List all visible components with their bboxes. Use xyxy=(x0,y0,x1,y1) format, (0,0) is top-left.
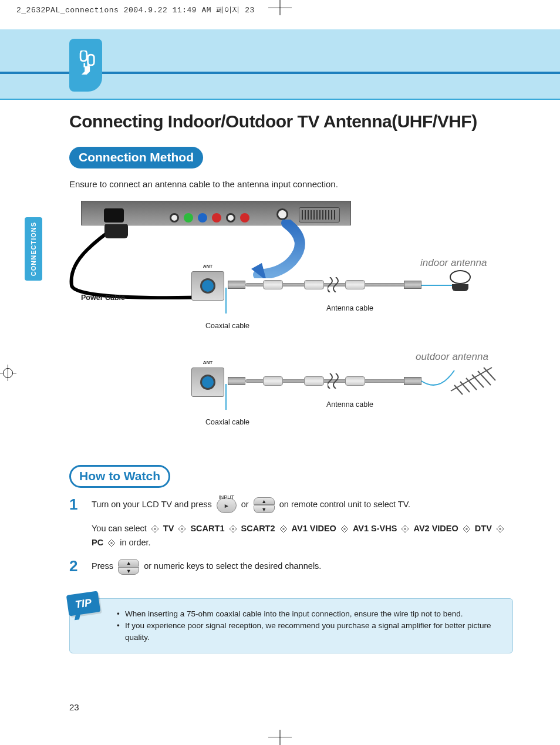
antenna-port xyxy=(276,208,288,220)
tip-item: If you experience poor signal reception,… xyxy=(117,620,501,643)
tip-item: When inserting a 75-ohm coaxial cable in… xyxy=(117,608,501,620)
step-number: 2 xyxy=(69,559,83,573)
ferrite-core xyxy=(263,280,283,289)
cycle-arrow-icon xyxy=(401,525,409,533)
input-source-name: AV1 VIDEO xyxy=(292,524,336,533)
crop-mark-bottom xyxy=(262,727,298,745)
svg-rect-1 xyxy=(87,63,89,67)
arrow-to-ant-box xyxy=(234,220,316,278)
component-pb-port xyxy=(198,213,207,223)
heading-connection-method: Connection Method xyxy=(69,147,203,168)
page-number: 23 xyxy=(69,702,79,712)
input-source-name: SCART2 xyxy=(241,524,275,533)
input-cycle-list: TV SCART1 SCART2 AV1 VIDEO AV1 S-VHS AV2… xyxy=(92,524,506,547)
print-header: 2_2632PAL_connections 2004.9.22 11:49 AM… xyxy=(16,5,255,15)
cable-break-icon xyxy=(328,373,340,389)
dsub-port xyxy=(170,213,179,223)
connection-diagram: Power Cable ANT indoor antenna xyxy=(69,201,513,453)
component-pr-port xyxy=(212,213,221,223)
ant-jack-outdoor: ANT xyxy=(191,368,224,397)
label-indoor-antenna: indoor antenna xyxy=(420,257,487,269)
ant-jack-indoor: ANT xyxy=(191,271,224,301)
input-button-label: INPUT xyxy=(218,490,234,504)
svg-rect-0 xyxy=(83,63,85,67)
cycle-arrow-icon xyxy=(463,525,471,533)
step-text: on remote control unit to select TV. xyxy=(279,500,410,509)
cycle-arrow-icon xyxy=(229,525,237,533)
intro-text: Ensure to connect an antenna cable to th… xyxy=(69,179,513,189)
step-text: or numeric keys to select the desired ch… xyxy=(144,561,321,571)
plug-icon xyxy=(75,50,96,80)
coax-connector xyxy=(228,377,245,385)
component-y-port xyxy=(184,213,193,223)
step-text: in order. xyxy=(120,538,150,547)
label-antenna-cable: Antenna cable xyxy=(326,304,373,312)
svg-line-7 xyxy=(472,375,484,387)
coax-lead-line xyxy=(225,288,227,313)
coax-connector xyxy=(404,281,421,289)
step-number: 1 xyxy=(69,497,83,511)
step-1: 1 Turn on your LCD TV and press INPUT ▸ … xyxy=(69,497,513,550)
connections-chapter-icon xyxy=(69,39,102,92)
cycle-arrow-icon xyxy=(107,539,116,547)
ant-jack-label: ANT xyxy=(203,264,212,269)
label-coaxial-cable: Coaxial cable xyxy=(205,322,249,330)
step-text: Press xyxy=(92,561,113,571)
cycle-arrow-icon xyxy=(496,525,504,533)
input-source-name: AV2 VIDEO xyxy=(414,524,458,533)
input-source-name: TV xyxy=(163,524,174,533)
input-button-icon: INPUT ▸ xyxy=(217,498,237,513)
label-power-cable: Power Cable xyxy=(81,294,125,302)
cable-break-icon xyxy=(328,277,340,292)
step-text: or xyxy=(241,500,249,509)
label-antenna-cable: Antenna cable xyxy=(326,400,373,409)
crop-mark-top xyxy=(262,0,298,18)
coax-lead-line xyxy=(225,384,227,410)
outdoor-antenna-icon xyxy=(445,359,498,397)
page-title: Connecting Indoor/Outdoor TV Antenna(UHF… xyxy=(69,112,513,132)
input-source-name: SCART1 xyxy=(190,524,224,533)
tip-box: TIP When inserting a 75-ohm coaxial cabl… xyxy=(69,598,513,653)
coax-connector xyxy=(228,281,245,289)
step-2: 2 Press ▲▼ or numeric keys to select the… xyxy=(69,559,513,575)
step-text: You can select xyxy=(92,524,147,533)
step-text: Turn on your LCD TV and press xyxy=(92,500,212,509)
cycle-arrow-icon xyxy=(340,525,349,533)
coax-connector xyxy=(404,377,421,385)
input-source-name: DTV xyxy=(475,524,492,533)
ferrite-core xyxy=(304,376,324,386)
cycle-arrow-icon xyxy=(178,525,186,533)
ferrite-core xyxy=(304,280,324,289)
indoor-antenna-icon xyxy=(450,270,471,291)
input-source-name: AV1 S-VHS xyxy=(353,524,397,533)
cycle-arrow-icon xyxy=(279,525,288,533)
label-coaxial-cable: Coaxial cable xyxy=(205,418,249,426)
heading-how-to-watch: How to Watch xyxy=(69,465,170,488)
ac-in-socket xyxy=(104,208,124,223)
svg-rect-2 xyxy=(104,224,128,238)
ferrite-core xyxy=(345,280,365,289)
channel-up-down-icon: ▲▼ xyxy=(118,559,139,575)
cycle-arrow-icon xyxy=(151,525,159,533)
ferrite-core xyxy=(263,376,283,386)
channel-up-down-icon: ▲▼ xyxy=(254,497,275,513)
ferrite-core xyxy=(345,376,365,386)
input-source-name: PC xyxy=(92,538,103,547)
ant-jack-label: ANT xyxy=(203,360,212,365)
tip-badge: TIP xyxy=(66,591,100,616)
